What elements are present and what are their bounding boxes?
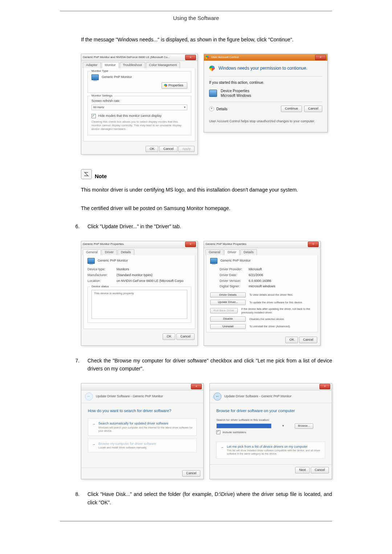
label: Digital Signer: <box>220 284 249 289</box>
cancel-button[interactable]: Cancel <box>176 333 195 340</box>
tab-adapter[interactable]: Adapter <box>83 62 101 68</box>
ok-button[interactable]: OK <box>285 337 298 343</box>
page-title: Using the Software <box>60 15 332 21</box>
uac-banner: Windows needs your permission to contion… <box>219 66 307 71</box>
rollback-driver-button[interactable]: Roll Back Driver <box>210 308 238 313</box>
step-list: Click "Have Disk..." and select the fold… <box>60 490 332 506</box>
tab-general[interactable]: General <box>205 249 224 255</box>
back-icon[interactable]: ← <box>213 393 221 401</box>
group-label: Monitor Settings <box>90 94 114 98</box>
window-title: User Account Control <box>211 56 239 59</box>
option-pick-from-list[interactable]: → Let me pick from a list of device driv… <box>216 442 325 459</box>
update-driver-button[interactable]: Update Driver... <box>210 300 246 305</box>
tabs: General Driver Details <box>204 248 320 255</box>
wizard-title: Update Driver Software - Generic PnP Mon… <box>96 394 163 399</box>
step-list: Check the "Browse my computer for driver… <box>60 357 332 373</box>
cancel-button[interactable]: Cancel <box>299 337 317 343</box>
value: Microsoft <box>249 267 262 272</box>
hide-modes-checkbox[interactable]: ✓ <box>91 114 96 118</box>
apply-button[interactable]: Apply <box>178 146 195 152</box>
step-6: Click "Update Driver..." in the "Driver"… <box>81 222 332 230</box>
ok-button[interactable]: OK <box>163 333 175 340</box>
value: 6/21/2006 <box>249 273 263 278</box>
cancel-button[interactable]: Cancel <box>311 467 329 473</box>
note-label: Note <box>95 173 107 179</box>
status-textarea: This device is working properly. <box>91 290 187 319</box>
disable-button[interactable]: Disable <box>210 316 246 321</box>
refresh-rate-combo[interactable]: 60 Hertz <box>91 104 187 110</box>
monitor-settings-group: Monitor Settings Screen refresh rate: 60… <box>87 96 191 135</box>
close-icon[interactable]: × <box>185 55 196 60</box>
driver-details-button[interactable]: Driver Details <box>210 292 246 297</box>
step-7: Check the "Browse my computer for driver… <box>81 357 332 373</box>
arrow-icon: → <box>92 422 95 432</box>
monitor-type-group: Monitor Type Generic PnP Monitor Propert… <box>87 71 191 93</box>
tab-details[interactable]: Details <box>240 249 257 255</box>
hide-modes-desc: Clearing this check box allows you to se… <box>91 120 187 131</box>
properties-button[interactable]: Properties <box>162 82 187 89</box>
device-status-group: Device status This device is working pro… <box>87 287 191 323</box>
desc: To update the driver software for this d… <box>249 301 303 304</box>
cancel-button[interactable]: Cancel <box>304 106 322 112</box>
uac-window: User Account Control × Windows needs you… <box>204 54 328 132</box>
properties-label: Properties <box>168 83 183 87</box>
monitor-properties-window: Generic PnP Monitor and NVIDIA GeForce 6… <box>81 54 198 155</box>
header-rule <box>60 11 332 11</box>
window-title: Generic PnP Monitor Properties <box>83 242 124 246</box>
update-wizard-search: × ← Update Driver Software - Generic PnP… <box>81 383 204 480</box>
device-name: Generic PnP Monitor <box>220 259 250 263</box>
close-icon[interactable]: × <box>185 242 196 247</box>
path-input[interactable] <box>216 423 271 428</box>
browse-button[interactable]: Browse... <box>295 423 313 428</box>
label: Device type: <box>87 267 117 272</box>
tab-color-mgmt[interactable]: Color Management <box>146 62 180 68</box>
cancel-button[interactable]: Cancel <box>159 146 177 152</box>
wizard-title: Update Driver Software - Generic PnP Mon… <box>224 394 291 399</box>
uninstall-button[interactable]: Uninstall <box>210 324 246 329</box>
close-icon[interactable]: × <box>319 384 330 389</box>
shield-icon <box>164 84 167 87</box>
option-browse-computer[interactable]: → Browse my computer for driver software… <box>88 439 197 453</box>
value: microsoft windows <box>249 284 275 289</box>
figure-row-1: Generic PnP Monitor and NVIDIA GeForce 6… <box>81 54 332 155</box>
continue-button[interactable]: Continue <box>281 106 302 112</box>
include-subfolders-checkbox[interactable]: ✓ <box>216 430 220 434</box>
opt-title: Browse my computer for driver software <box>98 442 156 446</box>
publisher: Microsoft Windows <box>221 93 251 98</box>
panel: Generic PnP Monitor Device type:Monitors… <box>83 255 195 329</box>
desc: Disables the selected device. <box>249 317 285 321</box>
note-icon <box>81 169 92 179</box>
intro-paragraph: If the message "Windows needs..." is dis… <box>81 36 332 44</box>
value: 6.0.6000.16386 <box>249 279 271 283</box>
search-location-label: Search for driver software in this locat… <box>216 418 325 422</box>
tabs: General Driver Details <box>81 248 197 255</box>
details-link[interactable]: Details <box>216 107 228 111</box>
tab-driver[interactable]: Driver <box>224 249 240 255</box>
cancel-button[interactable]: Cancel <box>182 470 200 477</box>
tab-general[interactable]: General <box>83 249 101 255</box>
device-props-driver: Generic PnP Monitor Properties × General… <box>204 241 320 346</box>
close-icon[interactable]: × <box>308 242 319 247</box>
tab-monitor[interactable]: Monitor <box>102 62 119 68</box>
ok-button[interactable]: OK <box>146 146 158 152</box>
shield-icon <box>209 65 215 71</box>
wizard-heading: How do you want to search for driver sof… <box>88 408 197 413</box>
option-auto-search[interactable]: → Search automatically for updated drive… <box>88 418 197 436</box>
chevron-down-icon[interactable]: ▾ <box>209 106 214 111</box>
tab-troubleshoot[interactable]: Troubleshoot <box>120 62 145 68</box>
tab-details[interactable]: Details <box>118 249 134 255</box>
uac-footer: User Account Control helps stop unauthor… <box>209 119 322 124</box>
close-icon[interactable]: × <box>315 55 326 60</box>
monitor-icon <box>91 74 99 80</box>
uac-started: If you started this action, continue. <box>209 80 322 85</box>
wizard-body: Browse for driver software on your compu… <box>210 403 332 465</box>
window-title: Generic PnP Monitor and NVIDIA GeForce 6… <box>83 56 170 59</box>
back-icon[interactable]: ← <box>85 393 93 401</box>
refresh-label: Screen refresh rate: <box>91 99 187 103</box>
next-button[interactable]: Next <box>295 467 310 473</box>
close-icon[interactable]: × <box>191 384 202 389</box>
tab-driver[interactable]: Driver <box>102 249 117 255</box>
titlebar: Generic PnP Monitor Properties × <box>81 241 197 248</box>
include-label: Include subfolders <box>222 430 246 434</box>
footer-rule <box>60 521 332 521</box>
